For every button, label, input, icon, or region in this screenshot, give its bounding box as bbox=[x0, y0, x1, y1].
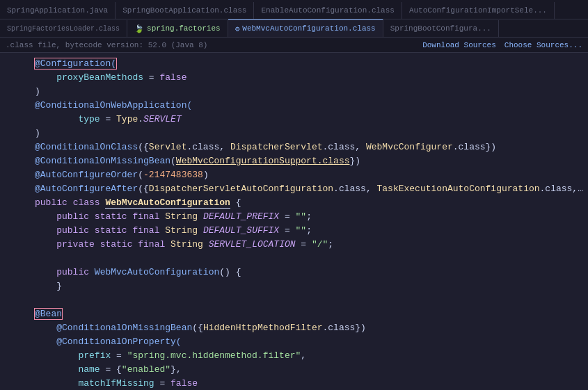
code-content: @AutoConfigureOrder(-2147483638) bbox=[32, 168, 588, 182]
code-line-9: @AutoConfigureOrder(-2147483638) bbox=[0, 168, 588, 182]
tab-label: EnableAutoConfiguration.class bbox=[261, 6, 394, 15]
code-line-4: @ConditionalOnWebApplication( bbox=[0, 99, 588, 113]
code-line-8: @ConditionalOnMissingBean(WebMvcConfigur… bbox=[0, 154, 588, 168]
code-line-15 bbox=[0, 252, 588, 266]
code-line-2: proxyBeanMethods = false bbox=[0, 71, 588, 85]
code-line-23: name = {"enabled"}, bbox=[0, 363, 588, 377]
tab-label: SpringApplication.java bbox=[7, 6, 108, 15]
code-content: @Configuration( bbox=[32, 57, 588, 71]
tab-label: SpringBootConfigura... bbox=[390, 24, 491, 33]
tab-label: AutoConfigurationImportSele... bbox=[409, 6, 547, 15]
info-bar-left: .class file, bytecode version: 52.0 (Jav… bbox=[6, 41, 207, 49]
code-line-3: ) bbox=[0, 85, 588, 99]
code-line-17: } bbox=[0, 279, 588, 293]
choose-sources-link[interactable]: Choose Sources... bbox=[504, 41, 582, 49]
code-content: ) bbox=[32, 85, 588, 99]
code-line-6: ) bbox=[0, 127, 588, 140]
tab-factories-loader[interactable]: SpringFactoriesLoader.class bbox=[0, 20, 127, 37]
tab-label: WebMvcAutoConfiguration.class bbox=[242, 24, 375, 33]
download-sources-link[interactable]: Download Sources bbox=[422, 41, 496, 49]
code-line-7: @ConditionalOnClass({Servlet.class, Disp… bbox=[0, 140, 588, 154]
code-line-10: @AutoConfigureAfter({DispatcherServletAu… bbox=[0, 182, 588, 196]
tab-spring-application[interactable]: SpringApplication.java bbox=[0, 2, 116, 19]
code-content: public static final String DEFAULT_PREFI… bbox=[32, 210, 588, 224]
tab-bar-row2: SpringFactoriesLoader.class 🍃 .class fil… bbox=[0, 19, 588, 38]
code-content bbox=[32, 252, 588, 266]
code-content: public class WebMvcAutoConfiguration { bbox=[32, 196, 588, 210]
tab-label-text: spring.factories bbox=[147, 24, 221, 33]
code-content bbox=[32, 293, 588, 307]
code-line-24: matchIfMissing = false bbox=[0, 377, 588, 390]
tab-spring-factories[interactable]: 🍃 .class file, bytecode version: 52.0 (J… bbox=[127, 20, 228, 37]
code-content: public WebMvcAutoConfiguration() { bbox=[32, 266, 588, 279]
code-content: prefix = "spring.mvc.hiddenmethod.filter… bbox=[32, 349, 588, 363]
code-content: @ConditionalOnWebApplication( bbox=[32, 99, 588, 113]
code-line-22: prefix = "spring.mvc.hiddenmethod.filter… bbox=[0, 349, 588, 363]
tab-webmvc-config[interactable]: ⚙ WebMvcAutoConfiguration.class bbox=[228, 19, 383, 37]
code-content: proxyBeanMethods = false bbox=[32, 71, 588, 85]
tab-springboot-config[interactable]: SpringBootConfigura... bbox=[383, 20, 499, 37]
code-content: @AutoConfigureAfter({DispatcherServletAu… bbox=[32, 182, 588, 196]
code-content: ) bbox=[32, 127, 588, 140]
code-content: @Bean bbox=[32, 307, 588, 321]
spring-factories-icon: 🍃 bbox=[134, 24, 144, 33]
code-line-21: @ConditionalOnProperty( bbox=[0, 335, 588, 349]
code-line-19: @Bean bbox=[0, 307, 588, 321]
code-content: private static final String SERVLET_LOCA… bbox=[32, 238, 588, 252]
annotation-configuration: @Configuration( bbox=[35, 58, 116, 69]
code-line-20: @ConditionalOnMissingBean({HiddenHttpMet… bbox=[0, 321, 588, 335]
annotation-bean: @Bean bbox=[35, 309, 62, 319]
code-content: @ConditionalOnMissingBean(WebMvcConfigur… bbox=[32, 154, 588, 168]
code-content: name = {"enabled"}, bbox=[32, 363, 588, 377]
webmvc-icon: ⚙ bbox=[235, 24, 240, 33]
code-line-14: private static final String SERVLET_LOCA… bbox=[0, 238, 588, 252]
code-content: @ConditionalOnClass({Servlet.class, Disp… bbox=[32, 140, 588, 154]
code-content: @ConditionalOnMissingBean({HiddenHttpMet… bbox=[32, 321, 588, 335]
code-content: @ConditionalOnProperty( bbox=[32, 335, 588, 349]
code-line-18 bbox=[0, 293, 588, 307]
code-line-13: public static final String DEFAULT_SUFFI… bbox=[0, 224, 588, 238]
info-bar: .class file, bytecode version: 52.0 (Jav… bbox=[0, 38, 588, 53]
code-line-16: public WebMvcAutoConfiguration() { bbox=[0, 266, 588, 279]
code-content: type = Type.SERVLET bbox=[32, 113, 588, 127]
tab-label: SpringFactoriesLoader.class bbox=[7, 25, 120, 33]
info-bar-actions: Download Sources Choose Sources... bbox=[422, 41, 582, 49]
code-line-12: public static final String DEFAULT_PREFI… bbox=[0, 210, 588, 224]
code-content: } bbox=[32, 279, 588, 293]
code-content: public static final String DEFAULT_SUFFI… bbox=[32, 224, 588, 238]
tab-enable-auto[interactable]: EnableAutoConfiguration.class bbox=[254, 2, 402, 19]
code-content: matchIfMissing = false bbox=[32, 377, 588, 390]
code-line-1: @Configuration( bbox=[0, 57, 588, 71]
code-editor: @Configuration( proxyBeanMethods = false… bbox=[0, 53, 588, 390]
code-line-5: type = Type.SERVLET bbox=[0, 113, 588, 127]
tab-label: SpringBootApplication.class bbox=[122, 6, 246, 15]
tab-bar-row1: SpringApplication.java SpringBootApplica… bbox=[0, 0, 588, 19]
code-line-11: public class WebMvcAutoConfiguration { bbox=[0, 196, 588, 210]
tab-springboot-class[interactable]: SpringBootApplication.class bbox=[116, 2, 254, 19]
tab-auto-import[interactable]: AutoConfigurationImportSele... bbox=[402, 2, 555, 19]
